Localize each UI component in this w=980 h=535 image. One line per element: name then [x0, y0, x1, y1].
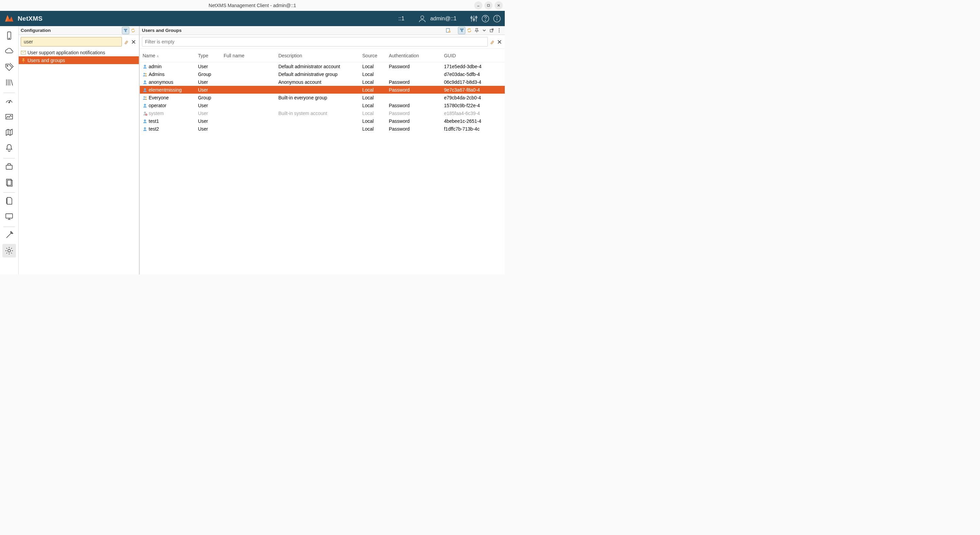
user-icon — [418, 14, 427, 23]
config-filter-erase-button[interactable] — [123, 38, 129, 45]
table-row[interactable]: systemUserBuilt-in system accountLocalPa… — [140, 109, 505, 117]
users-table: Name∧TypeFull nameDescriptionSourceAuthe… — [140, 49, 505, 133]
cell-guid: 4bebee1c-2651-4 — [441, 117, 505, 125]
svg-point-62 — [144, 119, 146, 121]
svg-rect-28 — [6, 165, 12, 169]
configuration-header: Configuration — [19, 26, 139, 35]
create-user-button[interactable] — [444, 27, 452, 34]
column-header[interactable]: Authentication — [386, 49, 441, 62]
window-minimize-button[interactable] — [474, 2, 482, 10]
rail-dashboard-icon[interactable] — [2, 94, 16, 108]
cell-description — [276, 102, 360, 109]
rail-map-icon[interactable] — [2, 125, 16, 139]
cell-fullname — [221, 102, 276, 109]
column-header[interactable]: Description — [276, 49, 360, 62]
main-filter-clear-button[interactable] — [496, 38, 503, 45]
rail-library-icon[interactable] — [2, 76, 16, 89]
svg-rect-25 — [6, 114, 13, 119]
table-row[interactable]: AdminsGroupDefault administrative groupL… — [140, 70, 505, 78]
config-item[interactable]: User support application notifications — [19, 49, 139, 56]
main-refresh-button[interactable] — [465, 27, 473, 34]
column-header[interactable]: Full name — [221, 49, 276, 62]
cell-description — [276, 117, 360, 125]
svg-line-22 — [11, 80, 13, 86]
window-title: NetXMS Management Client - admin@::1 — [209, 3, 296, 8]
main-pin-button[interactable] — [473, 27, 480, 34]
about-button[interactable] — [493, 14, 501, 23]
column-header[interactable]: Source — [360, 49, 386, 62]
rail-tools-icon[interactable] — [2, 228, 16, 242]
rail-cloud-icon[interactable] — [2, 44, 16, 58]
rail-tag-icon[interactable] — [2, 60, 16, 74]
main-filter-erase-button[interactable] — [488, 38, 495, 45]
column-header[interactable]: GUID — [441, 49, 505, 62]
config-filter-clear-button[interactable] — [130, 38, 137, 45]
cell-name: anonymous — [140, 78, 195, 86]
table-row[interactable]: adminUserDefault administrator accountLo… — [140, 62, 505, 71]
window-close-button[interactable] — [495, 2, 503, 10]
svg-point-24 — [9, 102, 10, 103]
main-filter-bar — [140, 35, 505, 49]
configuration-list: User support application notificationsUs… — [19, 49, 139, 275]
svg-rect-31 — [6, 214, 13, 218]
table-row[interactable]: test1UserLocalPassword4bebee1c-2651-4 — [140, 117, 505, 125]
cell-source: Local — [360, 86, 386, 94]
column-header[interactable]: Type — [195, 49, 221, 62]
main-menu-button[interactable] — [495, 27, 503, 34]
rail-reports-icon[interactable] — [2, 175, 16, 189]
column-header[interactable]: Name∧ — [140, 49, 195, 62]
rail-configuration-icon[interactable] — [2, 244, 16, 257]
svg-point-34 — [8, 249, 11, 252]
table-row[interactable]: test2UserLocalPasswordf1dffc7b-713b-4c — [140, 125, 505, 133]
svg-point-59 — [144, 112, 146, 114]
cell-auth: Password — [386, 117, 441, 125]
table-row[interactable]: operatorUserLocalPassword15780c9b-f22e-4 — [140, 102, 505, 109]
config-filter-input[interactable] — [21, 37, 122, 46]
cell-auth: Password — [386, 78, 441, 86]
user-menu[interactable]: admin@::1 — [418, 14, 457, 23]
cell-name: system — [140, 109, 195, 117]
main-filter-toggle[interactable] — [458, 27, 465, 34]
svg-point-4 — [421, 16, 424, 19]
cell-fullname — [221, 70, 276, 78]
cell-guid: e79cb4da-2cb0-4 — [441, 94, 505, 102]
cell-description: Built-in everyone group — [276, 94, 360, 102]
rail-log-icon[interactable] — [2, 194, 16, 208]
cell-type: User — [195, 102, 221, 109]
svg-point-12 — [485, 20, 486, 21]
rail-mobile-icon[interactable] — [2, 29, 16, 43]
users-groups-title: Users and Groups — [142, 28, 181, 33]
cell-description: Anonymous account — [276, 78, 360, 86]
help-button[interactable] — [481, 14, 490, 23]
config-refresh-button[interactable] — [129, 27, 137, 34]
cell-auth: Password — [386, 125, 441, 133]
window-maximize-button[interactable] — [484, 2, 493, 10]
table-row[interactable]: EveryoneGroupBuilt-in everyone groupLoca… — [140, 94, 505, 102]
rail-monitor-icon[interactable] — [2, 210, 16, 223]
cell-guid: 15780c9b-f22e-4 — [441, 102, 505, 109]
cell-type: Group — [195, 94, 221, 102]
config-item[interactable]: Users and groups — [19, 56, 139, 64]
preferences-button[interactable] — [469, 14, 478, 23]
svg-point-56 — [143, 96, 145, 98]
rail-alarm-icon[interactable] — [2, 141, 16, 155]
cell-guid: 06c9dd17-b8d3-4 — [441, 78, 505, 86]
table-row[interactable]: elementmissingUserLocalPassword9e7c3a67-… — [140, 86, 505, 94]
cell-type: User — [195, 117, 221, 125]
cell-fullname — [221, 86, 276, 94]
rail-business-icon[interactable] — [2, 160, 16, 173]
rail-graph-icon[interactable] — [2, 110, 16, 124]
cell-fullname — [221, 62, 276, 71]
config-filter-toggle[interactable] — [122, 27, 129, 34]
users-groups-panel: Users and Groups Name∧TypeFull nameDescr… — [140, 26, 505, 275]
cell-fullname — [221, 117, 276, 125]
svg-point-15 — [496, 17, 497, 17]
config-filter-bar — [19, 35, 139, 49]
table-row[interactable]: anonymousUserAnonymous accountLocalPassw… — [140, 78, 505, 86]
main-popout-button[interactable] — [488, 27, 495, 34]
main-filter-input[interactable] — [142, 37, 488, 46]
cell-description — [276, 125, 360, 133]
main-dropdown-button[interactable] — [480, 27, 488, 34]
cell-type: User — [195, 125, 221, 133]
cell-type: User — [195, 109, 221, 117]
